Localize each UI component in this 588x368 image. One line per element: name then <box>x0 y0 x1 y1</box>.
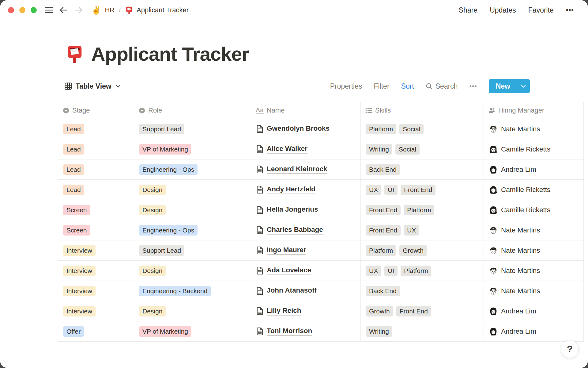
help-button[interactable]: ? <box>561 340 579 358</box>
cell-name[interactable]: Ingo Maurer <box>251 240 361 260</box>
column-header-stage[interactable]: Stage <box>58 102 134 119</box>
cell-name[interactable]: Ada Lovelace <box>251 261 361 281</box>
cell-hiring-manager[interactable]: Andrea Lim <box>484 301 584 321</box>
cell-name[interactable]: Alice Walker <box>251 139 361 159</box>
breadcrumb-workspace[interactable]: HR <box>105 6 115 14</box>
updates-button[interactable]: Updates <box>490 6 516 14</box>
view-more-button[interactable]: ••• <box>469 82 477 90</box>
cell-role[interactable]: Design <box>134 180 251 200</box>
manager-name: Andrea Lim <box>501 307 536 315</box>
favorite-button[interactable]: Favorite <box>528 6 554 14</box>
cell-name[interactable]: Lilly Reich <box>251 301 361 321</box>
cell-name[interactable]: Gwendolyn Brooks <box>251 119 361 139</box>
zoom-window-button[interactable] <box>31 7 37 13</box>
manager-name: Nate Martins <box>501 226 540 234</box>
cell-hiring-manager[interactable]: Nate Martins <box>484 240 584 260</box>
tag-interview: Interview <box>63 286 96 296</box>
new-row-button[interactable]: New <box>489 79 530 93</box>
cell-skills[interactable]: Writing <box>361 321 484 341</box>
new-dropdown-button[interactable] <box>517 79 530 93</box>
cell-stage[interactable]: Screen <box>58 220 134 240</box>
cell-skills[interactable]: GrowthFront End <box>361 301 484 321</box>
cell-skills[interactable]: Front EndUX <box>361 220 484 240</box>
properties-button[interactable]: Properties <box>330 82 362 90</box>
applicant-page-link[interactable]: Lilly Reich <box>267 307 301 316</box>
view-switcher[interactable]: Table View <box>64 82 121 90</box>
more-options-button[interactable]: ••• <box>566 6 574 14</box>
applicant-page-link[interactable]: Toni Morrison <box>267 327 312 336</box>
page-title[interactable]: Applicant Tracker <box>91 43 249 65</box>
cell-hiring-manager[interactable]: Camille Ricketts <box>484 180 584 200</box>
applicant-page-link[interactable]: Andy Hertzfeld <box>267 185 315 194</box>
cell-hiring-manager[interactable]: Camille Ricketts <box>484 139 584 159</box>
column-header-name[interactable]: AaName <box>251 102 361 119</box>
cell-role[interactable]: Engineering - Ops <box>134 159 251 179</box>
applicant-page-link[interactable]: Charles Babbage <box>267 226 323 235</box>
cell-skills[interactable]: WritingSocial <box>361 139 484 159</box>
cell-stage[interactable]: Interview <box>58 261 134 281</box>
cell-stage[interactable]: Lead <box>58 139 134 159</box>
cell-hiring-manager[interactable]: Nate Martins <box>484 261 584 281</box>
cell-hiring-manager[interactable]: Nate Martins <box>484 220 584 240</box>
cell-role[interactable]: VP of Marketing <box>134 321 251 341</box>
cell-stage[interactable]: Lead <box>58 119 134 139</box>
cell-name[interactable]: John Atanasoff <box>251 281 361 301</box>
cell-stage[interactable]: Lead <box>58 180 134 200</box>
forward-button[interactable] <box>74 6 83 14</box>
sidebar-menu-button[interactable] <box>45 6 53 14</box>
cell-role[interactable]: Support Lead <box>134 240 251 260</box>
column-header-role[interactable]: Role <box>134 102 251 119</box>
postbox-icon[interactable] <box>65 44 84 63</box>
cell-hiring-manager[interactable]: Camille Ricketts <box>484 200 584 220</box>
cell-stage[interactable]: Lead <box>58 159 134 179</box>
column-header-skills[interactable]: Skills <box>361 102 484 119</box>
arrow-left-icon <box>59 6 68 14</box>
cell-skills[interactable]: PlatformGrowth <box>361 240 484 260</box>
applicant-page-link[interactable]: Ingo Maurer <box>267 246 306 255</box>
applicant-page-link[interactable]: Hella Jongerius <box>267 205 318 214</box>
search-button[interactable]: Search <box>426 82 458 90</box>
filter-button[interactable]: Filter <box>374 82 389 90</box>
cell-role[interactable]: Support Lead <box>134 119 251 139</box>
cell-role[interactable]: Design <box>134 261 251 281</box>
applicant-page-link[interactable]: Leonard Kleinrock <box>267 165 327 174</box>
applicant-page-link[interactable]: Ada Lovelace <box>267 266 311 275</box>
cell-role[interactable]: VP of Marketing <box>134 139 251 159</box>
cell-hiring-manager[interactable]: Nate Martins <box>484 119 584 139</box>
applicant-page-link[interactable]: Alice Walker <box>267 145 307 154</box>
cell-role[interactable]: Design <box>134 200 251 220</box>
cell-skills[interactable]: PlatformSocial <box>361 119 484 139</box>
cell-name[interactable]: Hella Jongerius <box>251 200 361 220</box>
cell-skills[interactable]: UXUIPlatform <box>361 261 484 281</box>
cell-name[interactable]: Toni Morrison <box>251 321 361 341</box>
cell-stage[interactable]: Interview <box>58 240 134 260</box>
close-window-button[interactable] <box>8 7 14 13</box>
back-button[interactable] <box>59 6 68 14</box>
cell-name[interactable]: Charles Babbage <box>251 220 361 240</box>
breadcrumb-page[interactable]: Applicant Tracker <box>137 6 189 14</box>
cell-hiring-manager[interactable]: Andrea Lim <box>484 321 584 341</box>
cell-stage[interactable]: Screen <box>58 200 134 220</box>
cell-hiring-manager[interactable]: Andrea Lim <box>484 159 584 179</box>
column-header-hiring-manager[interactable]: Hiring Manager <box>484 102 584 119</box>
minimize-window-button[interactable] <box>19 7 25 13</box>
cell-role[interactable]: Engineering - Ops <box>134 220 251 240</box>
cell-skills[interactable]: Back End <box>361 281 484 301</box>
cell-role[interactable]: Engineering - Backend <box>134 281 251 301</box>
cell-stage[interactable]: Offer <box>58 321 134 341</box>
cell-hiring-manager[interactable]: Nate Martins <box>484 281 584 301</box>
applicant-page-link[interactable]: John Atanasoff <box>267 286 317 295</box>
cell-name[interactable]: Andy Hertzfeld <box>251 180 361 200</box>
share-button[interactable]: Share <box>459 6 477 14</box>
sort-button[interactable]: Sort <box>401 82 414 90</box>
cell-skills[interactable]: Back End <box>361 159 484 179</box>
cell-role[interactable]: Design <box>134 301 251 321</box>
cell-stage[interactable]: Interview <box>58 281 134 301</box>
new-button-label[interactable]: New <box>489 79 517 93</box>
applicant-page-link[interactable]: Gwendolyn Brooks <box>267 125 330 133</box>
cell-name[interactable]: Leonard Kleinrock <box>251 159 361 179</box>
cell-skills[interactable]: Front EndPlatform <box>361 200 484 220</box>
tag-platform: Platform <box>401 266 431 276</box>
cell-skills[interactable]: UXUIFront End <box>361 180 484 200</box>
cell-stage[interactable]: Interview <box>58 301 134 321</box>
